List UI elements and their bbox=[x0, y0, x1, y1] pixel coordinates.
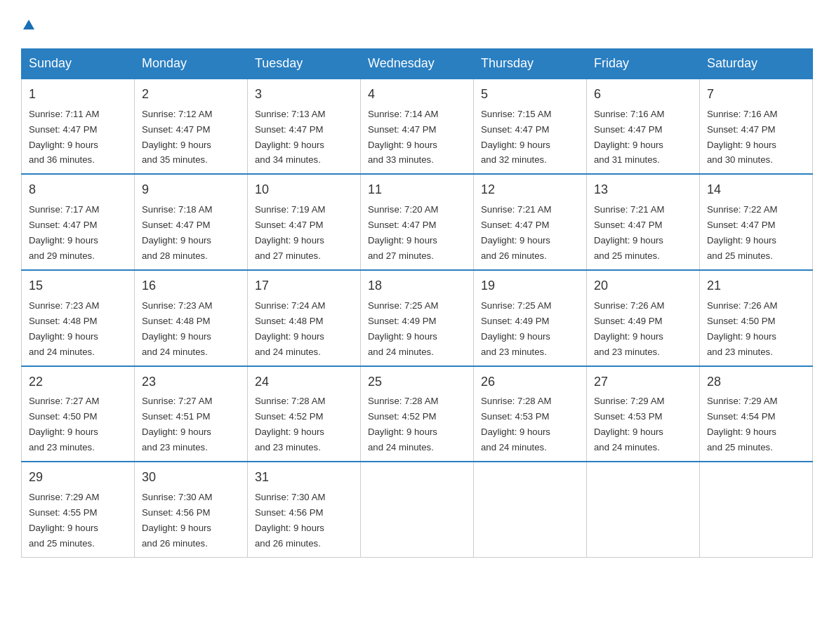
day-info: Sunrise: 7:23 AMSunset: 4:48 PMDaylight:… bbox=[29, 300, 99, 357]
day-number: 1 bbox=[29, 85, 127, 105]
calendar-cell: 15 Sunrise: 7:23 AMSunset: 4:48 PMDaylig… bbox=[22, 270, 135, 366]
week-row-3: 15 Sunrise: 7:23 AMSunset: 4:48 PMDaylig… bbox=[22, 270, 813, 366]
svg-marker-0 bbox=[23, 20, 34, 29]
day-info: Sunrise: 7:28 AMSunset: 4:53 PMDaylight:… bbox=[481, 396, 551, 452]
logo-general-text bbox=[21, 14, 35, 36]
calendar-cell: 1 Sunrise: 7:11 AMSunset: 4:47 PMDayligh… bbox=[22, 79, 135, 175]
day-number: 13 bbox=[594, 180, 692, 200]
day-number: 8 bbox=[29, 180, 127, 200]
page-header bbox=[21, 14, 813, 36]
day-info: Sunrise: 7:20 AMSunset: 4:47 PMDaylight:… bbox=[368, 204, 438, 261]
calendar-cell: 28 Sunrise: 7:29 AMSunset: 4:54 PMDaylig… bbox=[700, 366, 813, 462]
day-info: Sunrise: 7:13 AMSunset: 4:47 PMDaylight:… bbox=[255, 109, 325, 166]
week-row-5: 29 Sunrise: 7:29 AMSunset: 4:55 PMDaylig… bbox=[22, 462, 813, 557]
column-header-monday: Monday bbox=[135, 48, 248, 79]
day-info: Sunrise: 7:30 AMSunset: 4:56 PMDaylight:… bbox=[255, 492, 325, 549]
calendar-cell: 6 Sunrise: 7:16 AMSunset: 4:47 PMDayligh… bbox=[587, 79, 700, 175]
day-info: Sunrise: 7:29 AMSunset: 4:54 PMDaylight:… bbox=[707, 396, 777, 452]
column-header-tuesday: Tuesday bbox=[248, 48, 361, 79]
day-number: 10 bbox=[255, 180, 353, 200]
day-info: Sunrise: 7:12 AMSunset: 4:47 PMDaylight:… bbox=[142, 109, 212, 166]
calendar-cell: 14 Sunrise: 7:22 AMSunset: 4:47 PMDaylig… bbox=[700, 174, 813, 270]
calendar-cell: 21 Sunrise: 7:26 AMSunset: 4:50 PMDaylig… bbox=[700, 270, 813, 366]
day-number: 26 bbox=[481, 373, 579, 392]
day-info: Sunrise: 7:30 AMSunset: 4:56 PMDaylight:… bbox=[142, 492, 212, 549]
calendar-cell: 12 Sunrise: 7:21 AMSunset: 4:47 PMDaylig… bbox=[474, 174, 587, 270]
calendar-cell: 7 Sunrise: 7:16 AMSunset: 4:47 PMDayligh… bbox=[700, 79, 813, 175]
day-info: Sunrise: 7:29 AMSunset: 4:53 PMDaylight:… bbox=[594, 396, 664, 452]
day-number: 6 bbox=[594, 85, 692, 105]
calendar-cell: 24 Sunrise: 7:28 AMSunset: 4:52 PMDaylig… bbox=[248, 366, 361, 462]
day-number: 30 bbox=[142, 468, 240, 488]
day-number: 14 bbox=[707, 180, 805, 200]
week-row-4: 22 Sunrise: 7:27 AMSunset: 4:50 PMDaylig… bbox=[22, 366, 813, 462]
day-number: 17 bbox=[255, 276, 353, 296]
day-info: Sunrise: 7:19 AMSunset: 4:47 PMDaylight:… bbox=[255, 204, 325, 261]
calendar-cell: 17 Sunrise: 7:24 AMSunset: 4:48 PMDaylig… bbox=[248, 270, 361, 366]
day-number: 28 bbox=[707, 373, 805, 392]
day-number: 22 bbox=[29, 373, 127, 392]
calendar-cell: 16 Sunrise: 7:23 AMSunset: 4:48 PMDaylig… bbox=[135, 270, 248, 366]
day-number: 20 bbox=[594, 276, 692, 296]
calendar-cell bbox=[587, 462, 700, 557]
day-number: 7 bbox=[707, 85, 805, 105]
calendar-header-row: SundayMondayTuesdayWednesdayThursdayFrid… bbox=[22, 48, 813, 79]
calendar-cell: 9 Sunrise: 7:18 AMSunset: 4:47 PMDayligh… bbox=[135, 174, 248, 270]
calendar-cell: 5 Sunrise: 7:15 AMSunset: 4:47 PMDayligh… bbox=[474, 79, 587, 175]
day-info: Sunrise: 7:21 AMSunset: 4:47 PMDaylight:… bbox=[594, 204, 664, 261]
day-number: 23 bbox=[142, 373, 240, 392]
column-header-saturday: Saturday bbox=[700, 48, 813, 79]
day-info: Sunrise: 7:25 AMSunset: 4:49 PMDaylight:… bbox=[368, 300, 438, 357]
calendar-cell: 11 Sunrise: 7:20 AMSunset: 4:47 PMDaylig… bbox=[361, 174, 474, 270]
day-info: Sunrise: 7:27 AMSunset: 4:51 PMDaylight:… bbox=[142, 396, 212, 452]
day-info: Sunrise: 7:26 AMSunset: 4:50 PMDaylight:… bbox=[707, 300, 777, 357]
calendar-cell bbox=[700, 462, 813, 557]
day-number: 11 bbox=[368, 180, 466, 200]
day-number: 9 bbox=[142, 180, 240, 200]
calendar-cell: 13 Sunrise: 7:21 AMSunset: 4:47 PMDaylig… bbox=[587, 174, 700, 270]
logo bbox=[21, 14, 35, 36]
column-header-sunday: Sunday bbox=[22, 48, 135, 79]
day-number: 25 bbox=[368, 373, 466, 392]
day-number: 27 bbox=[594, 373, 692, 392]
day-number: 16 bbox=[142, 276, 240, 296]
column-header-friday: Friday bbox=[587, 48, 700, 79]
day-info: Sunrise: 7:28 AMSunset: 4:52 PMDaylight:… bbox=[368, 396, 438, 452]
day-info: Sunrise: 7:14 AMSunset: 4:47 PMDaylight:… bbox=[368, 109, 438, 166]
day-number: 18 bbox=[368, 276, 466, 296]
calendar-cell bbox=[361, 462, 474, 557]
day-number: 24 bbox=[255, 373, 353, 392]
day-info: Sunrise: 7:29 AMSunset: 4:55 PMDaylight:… bbox=[29, 492, 99, 549]
calendar-cell: 26 Sunrise: 7:28 AMSunset: 4:53 PMDaylig… bbox=[474, 366, 587, 462]
day-info: Sunrise: 7:23 AMSunset: 4:48 PMDaylight:… bbox=[142, 300, 212, 357]
day-info: Sunrise: 7:21 AMSunset: 4:47 PMDaylight:… bbox=[481, 204, 551, 261]
day-info: Sunrise: 7:16 AMSunset: 4:47 PMDaylight:… bbox=[594, 109, 664, 166]
logo-triangle-icon bbox=[22, 18, 35, 31]
calendar-cell: 19 Sunrise: 7:25 AMSunset: 4:49 PMDaylig… bbox=[474, 270, 587, 366]
day-number: 4 bbox=[368, 85, 466, 105]
calendar-cell: 8 Sunrise: 7:17 AMSunset: 4:47 PMDayligh… bbox=[22, 174, 135, 270]
calendar-cell: 22 Sunrise: 7:27 AMSunset: 4:50 PMDaylig… bbox=[22, 366, 135, 462]
day-info: Sunrise: 7:27 AMSunset: 4:50 PMDaylight:… bbox=[29, 396, 99, 452]
day-number: 15 bbox=[29, 276, 127, 296]
calendar-cell: 4 Sunrise: 7:14 AMSunset: 4:47 PMDayligh… bbox=[361, 79, 474, 175]
week-row-1: 1 Sunrise: 7:11 AMSunset: 4:47 PMDayligh… bbox=[22, 79, 813, 175]
calendar-cell bbox=[474, 462, 587, 557]
week-row-2: 8 Sunrise: 7:17 AMSunset: 4:47 PMDayligh… bbox=[22, 174, 813, 270]
calendar-table: SundayMondayTuesdayWednesdayThursdayFrid… bbox=[21, 48, 813, 558]
day-number: 21 bbox=[707, 276, 805, 296]
day-number: 5 bbox=[481, 85, 579, 105]
day-info: Sunrise: 7:28 AMSunset: 4:52 PMDaylight:… bbox=[255, 396, 325, 452]
calendar-cell: 27 Sunrise: 7:29 AMSunset: 4:53 PMDaylig… bbox=[587, 366, 700, 462]
day-info: Sunrise: 7:17 AMSunset: 4:47 PMDaylight:… bbox=[29, 204, 99, 261]
day-info: Sunrise: 7:22 AMSunset: 4:47 PMDaylight:… bbox=[707, 204, 777, 261]
calendar-cell: 2 Sunrise: 7:12 AMSunset: 4:47 PMDayligh… bbox=[135, 79, 248, 175]
day-info: Sunrise: 7:25 AMSunset: 4:49 PMDaylight:… bbox=[481, 300, 551, 357]
day-number: 3 bbox=[255, 85, 353, 105]
day-info: Sunrise: 7:11 AMSunset: 4:47 PMDaylight:… bbox=[29, 109, 99, 166]
day-info: Sunrise: 7:16 AMSunset: 4:47 PMDaylight:… bbox=[707, 109, 777, 166]
day-number: 2 bbox=[142, 85, 240, 105]
column-header-thursday: Thursday bbox=[474, 48, 587, 79]
calendar-cell: 18 Sunrise: 7:25 AMSunset: 4:49 PMDaylig… bbox=[361, 270, 474, 366]
calendar-cell: 29 Sunrise: 7:29 AMSunset: 4:55 PMDaylig… bbox=[22, 462, 135, 557]
